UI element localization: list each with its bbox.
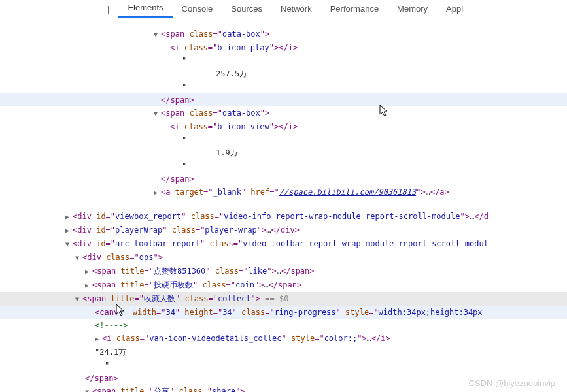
dom-node-i-play[interactable]: <i class="b-icon play"></i> <box>170 41 567 54</box>
text-node-quote: " <box>182 159 567 172</box>
dom-node-span-databox-play[interactable]: <span class="data-box"> <box>154 27 567 41</box>
dom-node-coin[interactable]: <span title="投硬币枚数" class="coin">…</span… <box>85 278 567 292</box>
text-node-quote: " <box>105 359 567 372</box>
expand-icon[interactable] <box>154 28 161 41</box>
dom-node-like[interactable]: <span title="点赞数851360" class="like">…</… <box>85 265 567 278</box>
dom-node-a-space[interactable]: <a target="_blank" href="//space.bilibil… <box>154 186 567 199</box>
elements-panel[interactable]: <span class="data-box"> <i class="b-icon… <box>0 18 567 392</box>
expand-icon[interactable] <box>75 293 82 306</box>
expand-icon[interactable] <box>154 186 161 199</box>
dom-node-playerwrap[interactable]: <div id="playerWrap" class="player-wrap"… <box>65 223 567 237</box>
dom-node-collect-selected[interactable]: <span title="收藏人数" class="collect"> == $… <box>0 292 567 306</box>
text-node-collect-count: "24.1万 <box>95 346 567 359</box>
tab-application[interactable]: Appl <box>437 0 472 18</box>
text-node-play-count: 257.5万 <box>216 67 567 80</box>
dom-node-span-databox-view[interactable]: <span class="data-box"> <box>154 106 567 120</box>
dom-node-van-icon[interactable]: <i class="van-icon-videodetails_collec" … <box>95 332 567 346</box>
dom-node-i-view[interactable]: <i class="b-icon view"></i> <box>170 120 567 133</box>
expand-icon[interactable] <box>65 210 73 223</box>
tab-sources[interactable]: Sources <box>222 0 271 18</box>
text-node-quote: " <box>182 54 567 67</box>
expand-icon[interactable] <box>85 265 92 278</box>
watermark: CSDN @biyezuopinvip <box>469 378 555 388</box>
tab-prefix: | <box>98 0 118 18</box>
tab-elements[interactable]: Elements <box>118 0 172 18</box>
text-node-quote: " <box>182 133 567 146</box>
dom-node-toolbar[interactable]: <div id="arc_toolbar_report" class="vide… <box>65 237 567 251</box>
tab-performance[interactable]: Performance <box>321 0 388 18</box>
expand-icon[interactable] <box>65 224 73 237</box>
dom-node-comment[interactable]: <!----> <box>95 319 567 332</box>
expand-icon[interactable] <box>75 252 82 265</box>
dom-node-canvas[interactable]: <canv width="34" height="34" class="ring… <box>0 306 567 319</box>
text-node-quote: " <box>182 80 567 93</box>
expand-icon[interactable] <box>85 279 92 292</box>
expand-icon[interactable] <box>85 385 92 392</box>
text-node-view-count: 1.9万 <box>216 146 567 159</box>
expand-icon[interactable] <box>65 238 73 251</box>
tab-network[interactable]: Network <box>271 0 321 18</box>
dom-node-span-close[interactable]: </span> <box>0 93 567 106</box>
tab-console[interactable]: Console <box>173 0 222 18</box>
dom-node-viewbox[interactable]: <div id="viewbox_report" class="video-in… <box>65 210 567 223</box>
expand-icon[interactable] <box>154 107 161 120</box>
devtools-tabs: | Elements Console Sources Network Perfo… <box>0 0 567 18</box>
tab-memory[interactable]: Memory <box>388 0 437 18</box>
dom-node-span-close[interactable]: </span> <box>161 172 567 186</box>
dom-node-ops[interactable]: <div class="ops"> <box>75 251 567 265</box>
expand-icon[interactable] <box>95 333 102 346</box>
